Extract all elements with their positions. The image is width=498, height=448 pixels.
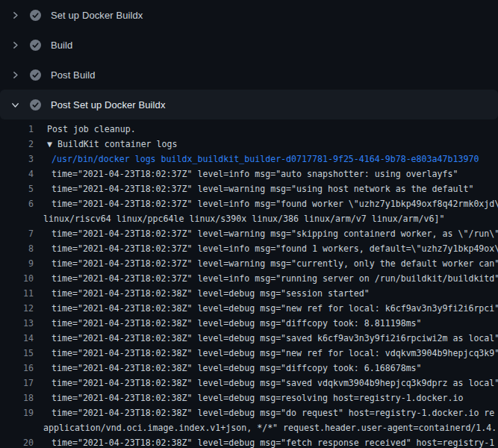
log-line: 19 time="2021-04-23T18:02:38Z" level=deb…	[0, 405, 498, 420]
step-row-post-set-up-docker-buildx[interactable]: Post Set up Docker Buildx	[0, 90, 498, 119]
check-circle-icon	[30, 69, 41, 81]
log-line-number[interactable]: 12	[0, 301, 34, 316]
log-line-number[interactable]: 19	[0, 405, 34, 420]
step-label: Build	[51, 40, 72, 51]
log-line: 17 time="2021-04-23T18:02:38Z" level=deb…	[0, 376, 498, 391]
log-group-toggle[interactable]: ▼ BuildKit container logs	[43, 137, 178, 152]
actions-log-viewer: Set up Docker Buildx Build P	[0, 0, 498, 448]
log-line-text: time="2021-04-23T18:02:37Z" level=warnin…	[43, 256, 498, 271]
log-line-text: time="2021-04-23T18:02:38Z" level=debug …	[43, 331, 498, 346]
log-line-number[interactable]: 20	[0, 435, 34, 448]
log-line-text: time="2021-04-23T18:02:38Z" level=debug …	[43, 301, 498, 316]
log-line-text: application/vnd.oci.image.index.v1+json,…	[43, 420, 497, 435]
log-line-text: time="2021-04-23T18:02:38Z" level=debug …	[43, 316, 422, 331]
step-label: Set up Docker Buildx	[51, 10, 143, 21]
log-line: 10 time="2021-04-23T18:02:37Z" level=inf…	[0, 271, 498, 286]
log-line-number[interactable]: 5	[0, 181, 34, 196]
log-line-text: time="2021-04-23T18:02:37Z" level=info m…	[43, 196, 498, 211]
log-line-number[interactable]: 11	[0, 286, 34, 301]
log-line-text: time="2021-04-23T18:02:37Z" level=warnin…	[43, 226, 498, 241]
log-line-number[interactable]: 10	[0, 271, 34, 286]
log-command-text: /usr/bin/docker logs buildx_buildkit_bui…	[43, 152, 479, 167]
step-label: Post Set up Docker Buildx	[51, 99, 166, 111]
log-line-number[interactable]: 8	[0, 241, 34, 256]
log-line-text: time="2021-04-23T18:02:37Z" level=info m…	[43, 241, 498, 256]
log-line-number[interactable]: 17	[0, 376, 34, 391]
log-line: 18 time="2021-04-23T18:02:38Z" level=deb…	[0, 391, 498, 405]
log-line-text: time="2021-04-23T18:02:37Z" level=info m…	[43, 167, 458, 181]
step-row-build[interactable]: Build	[0, 30, 498, 60]
log-line: 12 time="2021-04-23T18:02:38Z" level=deb…	[0, 301, 498, 316]
log-line: 13 time="2021-04-23T18:02:38Z" level=deb…	[0, 316, 498, 331]
log-line: linux/riscv64 linux/ppc64le linux/s390x …	[0, 211, 498, 226]
log-line-number	[0, 420, 34, 435]
log-line-text: time="2021-04-23T18:02:38Z" level=debug …	[43, 376, 498, 391]
log-line-text: time="2021-04-23T18:02:38Z" level=debug …	[43, 405, 494, 420]
log-line-number[interactable]: 18	[0, 391, 34, 405]
check-circle-icon	[30, 10, 41, 21]
steps-list: Set up Docker Buildx Build P	[0, 0, 498, 119]
log-line: 1 Post job cleanup.	[0, 122, 498, 137]
log-line: 11 time="2021-04-23T18:02:38Z" level=deb…	[0, 286, 498, 301]
check-circle-icon	[30, 40, 41, 51]
log-line-number[interactable]: 15	[0, 346, 34, 361]
log-line: 16 time="2021-04-23T18:02:38Z" level=deb…	[0, 361, 498, 376]
log-line-text: time="2021-04-23T18:02:38Z" level=debug …	[43, 435, 494, 448]
log-line: 8 time="2021-04-23T18:02:37Z" level=info…	[0, 241, 498, 256]
log-line: 14 time="2021-04-23T18:02:38Z" level=deb…	[0, 331, 498, 346]
log-line: 5 time="2021-04-23T18:02:37Z" level=warn…	[0, 181, 498, 196]
log-line-number[interactable]: 1	[0, 122, 34, 137]
chevron-down-icon	[10, 99, 20, 110]
log-lines: 1 Post job cleanup. 2 ▼ BuildKit contain…	[0, 119, 498, 448]
log-line-text: time="2021-04-23T18:02:38Z" level=debug …	[43, 391, 463, 405]
log-line: 2 ▼ BuildKit container logs	[0, 137, 498, 152]
log-line: 20 time="2021-04-23T18:02:38Z" level=deb…	[0, 435, 498, 448]
log-line-number[interactable]: 7	[0, 226, 34, 241]
check-circle-icon	[30, 99, 41, 111]
log-line: 7 time="2021-04-23T18:02:37Z" level=warn…	[0, 226, 498, 241]
log-line-number[interactable]: 3	[0, 152, 34, 167]
log-line-text: time="2021-04-23T18:02:37Z" level=warnin…	[43, 181, 473, 196]
log-line-number	[0, 211, 34, 226]
log-line-number[interactable]: 13	[0, 316, 34, 331]
step-row-post-build[interactable]: Post Build	[0, 60, 498, 90]
log-line-text: time="2021-04-23T18:02:38Z" level=debug …	[43, 286, 370, 301]
log-line-text: linux/riscv64 linux/ppc64le linux/s390x …	[43, 211, 444, 226]
log-line-text: time="2021-04-23T18:02:38Z" level=debug …	[43, 346, 498, 361]
chevron-right-icon	[10, 69, 20, 80]
chevron-right-icon	[10, 10, 20, 20]
log-line: 9 time="2021-04-23T18:02:37Z" level=warn…	[0, 256, 498, 271]
log-line-text: Post job cleanup.	[43, 122, 136, 137]
log-line: 6 time="2021-04-23T18:02:37Z" level=info…	[0, 196, 498, 211]
log-line: 4 time="2021-04-23T18:02:37Z" level=info…	[0, 167, 498, 181]
chevron-right-icon	[10, 40, 20, 50]
log-line-number[interactable]: 4	[0, 167, 34, 181]
log-line-number[interactable]: 14	[0, 331, 34, 346]
log-line-text: time="2021-04-23T18:02:37Z" level=info m…	[43, 271, 498, 286]
log-line-number[interactable]: 2	[0, 137, 34, 152]
log-line-text: time="2021-04-23T18:02:38Z" level=debug …	[43, 361, 422, 376]
log-line: application/vnd.oci.image.index.v1+json,…	[0, 420, 498, 435]
log-line-number[interactable]: 9	[0, 256, 34, 271]
step-label: Post Build	[51, 69, 96, 81]
step-row-set-up-docker-buildx[interactable]: Set up Docker Buildx	[0, 0, 498, 30]
log-line-number[interactable]: 6	[0, 196, 34, 211]
log-line: 15 time="2021-04-23T18:02:38Z" level=deb…	[0, 346, 498, 361]
log-line-number[interactable]: 16	[0, 361, 34, 376]
log-line: 3 /usr/bin/docker logs buildx_buildkit_b…	[0, 152, 498, 167]
